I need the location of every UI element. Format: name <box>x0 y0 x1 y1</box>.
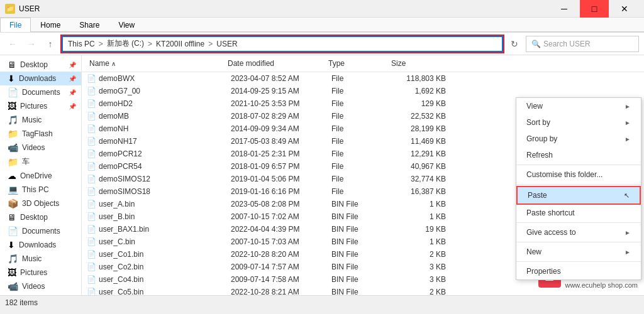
tab-view[interactable]: View <box>109 18 144 32</box>
menu-item-view[interactable]: View ► <box>516 98 641 114</box>
sidebar-item-downloads[interactable]: ⬇ Downloads 📌 <box>0 72 81 85</box>
sidebar-item-videos[interactable]: 📹 Videos <box>0 141 81 154</box>
menu-separator-3 <box>516 222 641 223</box>
submenu-arrow-sortby: ► <box>625 119 631 126</box>
pictures2-icon: 🖼 <box>8 268 16 278</box>
sidebar-item-downloads2[interactable]: ⬇ Downloads <box>0 238 81 252</box>
address-bar: ← → ↑ This PC > 新加卷 (C:) > KT200II offli… <box>0 33 644 55</box>
menu-item-sortby[interactable]: Sort by ► <box>516 114 641 131</box>
menu-label-new: New <box>526 247 541 256</box>
sidebar-label-videos: Videos <box>22 143 45 152</box>
sidebar-item-music[interactable]: 🎵 Music <box>0 113 81 127</box>
path-folder: KT200II offline <box>156 40 204 48</box>
menu-label-paste-shortcut: Paste shortcut <box>526 208 575 217</box>
sidebar-item-documents2[interactable]: 📄 Documents <box>0 224 81 238</box>
sidebar-item-car[interactable]: 📁 车 <box>0 154 81 169</box>
address-path[interactable]: This PC > 新加卷 (C:) > KT200II offline > U… <box>62 36 503 52</box>
sidebar-item-3dobjects[interactable]: 📦 3D Objects <box>0 197 81 210</box>
menu-item-new[interactable]: New ► <box>516 244 641 260</box>
watermark-url: www.ecuhelp shop.com <box>565 281 638 289</box>
sidebar-label-videos2: Videos <box>22 282 45 291</box>
file-icon: 📄 <box>87 99 96 108</box>
sidebar-item-desktop[interactable]: 🖥 Desktop 📌 <box>0 58 81 72</box>
up-button[interactable]: ↑ <box>43 36 58 51</box>
menu-item-customise[interactable]: Customise this folder... <box>516 166 641 183</box>
menu-item-give-access[interactable]: Give access to ► <box>516 224 641 241</box>
desktop2-icon: 🖥 <box>8 212 16 222</box>
sidebar-item-desktop2[interactable]: 🖥 Desktop <box>0 210 81 224</box>
menu-item-paste[interactable]: Paste ↖ <box>516 186 641 205</box>
file-icon: 📄 <box>87 200 96 208</box>
downloads2-icon: ⬇ <box>8 240 15 250</box>
file-icon: 📄 <box>87 250 96 259</box>
search-box[interactable]: 🔍 Search USER <box>526 36 639 52</box>
sidebar-item-documents[interactable]: 📄 Documents 📌 <box>0 85 81 99</box>
sidebar-item-tagflash[interactable]: 📁 TagFlash <box>0 127 81 141</box>
forward-button[interactable]: → <box>24 36 39 51</box>
sidebar-item-music2[interactable]: 🎵 Music <box>0 252 81 266</box>
minimize-button[interactable]: ─ <box>550 0 579 18</box>
menu-label-give-access: Give access to <box>526 228 576 237</box>
sidebar-label-music2: Music <box>22 254 42 263</box>
sidebar-item-pictures2[interactable]: 🖼 Pictures <box>0 266 81 279</box>
submenu-arrow-view: ► <box>625 103 631 110</box>
documents-icon: 📄 <box>8 87 18 97</box>
col-header-size[interactable]: Size <box>389 58 445 69</box>
sidebar-item-onedrive[interactable]: ☁ OneDrive <box>0 169 81 183</box>
col-header-type[interactable]: Type <box>326 58 389 69</box>
submenu-arrow-new: ► <box>625 249 631 256</box>
close-button[interactable]: ✕ <box>610 0 639 18</box>
file-icon: 📄 <box>87 212 96 221</box>
title-bar-controls[interactable]: ─ □ ✕ <box>550 0 639 18</box>
file-icon: 📄 <box>87 149 96 158</box>
submenu-arrow-give-access: ► <box>625 229 631 236</box>
sidebar-item-thispc[interactable]: 💻 This PC <box>0 183 81 197</box>
tab-home[interactable]: Home <box>31 18 70 32</box>
status-bar: 182 items <box>0 295 644 309</box>
sidebar-label-desktop: Desktop <box>20 60 48 69</box>
file-icon: 📄 <box>87 74 96 83</box>
col-header-name[interactable]: Name ∧ <box>87 58 225 69</box>
sidebar-item-drive[interactable]: 💾 新加卷 (C:) <box>0 293 81 295</box>
address-refresh-button[interactable]: ↻ <box>507 36 522 51</box>
menu-item-properties[interactable]: Properties <box>516 263 641 279</box>
car-folder-icon: 📁 <box>8 157 18 167</box>
menu-label-properties: Properties <box>526 267 561 276</box>
sidebar: 🖥 Desktop 📌 ⬇ Downloads 📌 📄 Documents 📌 … <box>0 55 82 295</box>
sidebar-label-documents2: Documents <box>22 227 60 236</box>
menu-item-refresh[interactable]: Refresh <box>516 147 641 163</box>
menu-item-paste-shortcut[interactable]: Paste shortcut <box>516 205 641 221</box>
file-icon: 📄 <box>87 112 96 121</box>
maximize-button[interactable]: □ <box>580 0 609 18</box>
menu-separator-4 <box>516 242 641 242</box>
tab-share[interactable]: Share <box>70 18 109 32</box>
title-bar-left: 📁 USER <box>5 4 40 14</box>
path-drive: 新加卷 (C:) <box>107 38 144 49</box>
sidebar-label-car: 车 <box>22 156 30 167</box>
thispc-icon: 💻 <box>8 185 18 195</box>
ribbon-tabs: File Home Share View <box>0 18 644 32</box>
menu-separator-5 <box>516 261 641 262</box>
file-row-demobwx[interactable]: 📄demoBWX2023-04-07 8:52 AMFile118,803 KB <box>82 72 644 85</box>
menu-item-groupby[interactable]: Group by ► <box>516 131 641 147</box>
window-title: USER <box>19 4 40 13</box>
tab-file[interactable]: File <box>0 18 31 32</box>
menu-label-paste: Paste <box>528 191 547 200</box>
menu-label-view: View <box>526 102 543 111</box>
title-bar: 📁 USER ─ □ ✕ <box>0 0 644 18</box>
back-button[interactable]: ← <box>5 36 20 51</box>
file-icon: 📄 <box>87 225 96 234</box>
col-header-date[interactable]: Date modified <box>225 58 326 69</box>
sidebar-label-downloads: Downloads <box>19 74 56 83</box>
sidebar-label-thispc: This PC <box>22 185 49 194</box>
file-icon: 📄 <box>87 275 96 284</box>
paste-cursor-icon: ↖ <box>624 192 630 200</box>
sidebar-item-pictures[interactable]: 🖼 Pictures 📌 <box>0 99 81 113</box>
sidebar-label-3dobjects: 3D Objects <box>22 199 59 208</box>
file-icon: 📄 <box>87 263 96 271</box>
sidebar-label-desktop2: Desktop <box>20 213 48 222</box>
file-icon: 📄 <box>87 137 96 146</box>
file-row-demog7[interactable]: 📄demoG7_002014-09-25 9:15 AMFile1,692 KB <box>82 85 644 97</box>
videos-icon: 📹 <box>8 143 18 153</box>
sidebar-item-videos2[interactable]: 📹 Videos <box>0 279 81 293</box>
